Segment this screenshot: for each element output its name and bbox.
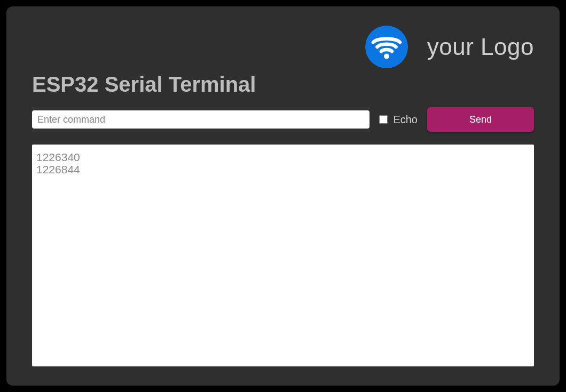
- header: your Logo: [32, 26, 534, 68]
- logo-text: your Logo: [427, 34, 534, 60]
- wifi-icon: [365, 26, 408, 68]
- send-button[interactable]: Send: [427, 107, 534, 132]
- page-title: ESP32 Serial Terminal: [32, 73, 534, 97]
- echo-checkbox[interactable]: [379, 115, 388, 124]
- command-input[interactable]: [32, 110, 370, 129]
- echo-toggle[interactable]: Echo: [379, 114, 418, 126]
- svg-point-0: [384, 54, 389, 59]
- echo-label: Echo: [393, 114, 418, 126]
- main-panel: your Logo ESP32 Serial Terminal Echo Sen…: [6, 6, 560, 386]
- controls-row: Echo Send: [32, 107, 534, 132]
- terminal-output[interactable]: 1226340 1226844: [32, 145, 534, 366]
